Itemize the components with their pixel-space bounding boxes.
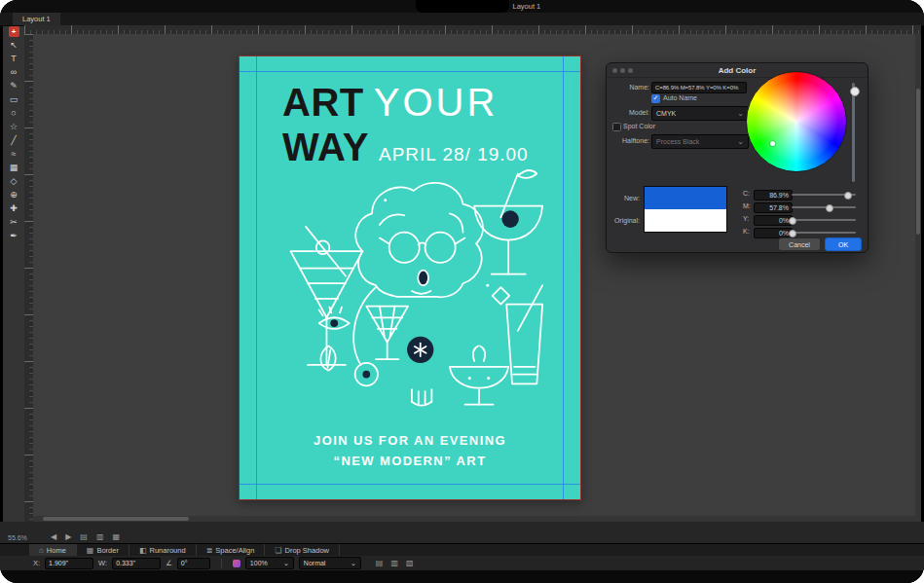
halftone-dropdown[interactable]: Process Black ⌄ <box>651 134 749 149</box>
tab-home-label: Home <box>47 546 66 555</box>
black-slider-track <box>792 232 856 234</box>
starburst-tool-icon[interactable]: ☆ <box>7 121 20 132</box>
view-mode-value: Normal <box>304 560 326 566</box>
name-label: Name: <box>607 84 649 91</box>
yellow-slider[interactable] <box>792 215 856 225</box>
vertical-ruler[interactable] <box>24 34 33 522</box>
magenta-value[interactable]: 57.8% <box>754 202 793 213</box>
poster-illustration <box>274 160 548 424</box>
magenta-slider-track <box>792 206 856 208</box>
text-tool-icon[interactable]: T <box>7 53 20 64</box>
add-color-dialog: Add Color Name: C=86.9% M=57.8% Y=0% K=0… <box>606 62 869 253</box>
menubar: Layout 1 <box>0 0 924 13</box>
channel-knob-0[interactable] <box>844 192 852 200</box>
angle-input[interactable]: 0° <box>177 558 210 569</box>
menubar-window-title: Layout 1 <box>513 2 541 11</box>
layout-tabbar: Layout 1 <box>0 13 924 26</box>
prev-page-icon[interactable]: ◀ <box>51 532 56 541</box>
drop-shadow-icon: ❏ <box>275 546 281 555</box>
vertical-scrollbar[interactable] <box>915 34 921 522</box>
spread-view-icon[interactable]: ▥ <box>96 532 104 541</box>
w-input[interactable]: 0.333" <box>112 558 161 569</box>
w-label: W: <box>98 559 107 567</box>
dialog-title: Add Color <box>607 66 868 75</box>
dialog-titlebar[interactable]: Add Color <box>607 63 868 78</box>
channel-knob-1[interactable] <box>826 204 833 212</box>
model-dropdown[interactable]: CMYK ⌄ <box>651 106 749 121</box>
line-tool-icon[interactable]: ╱ <box>7 134 20 146</box>
next-page-icon[interactable]: ▶ <box>65 532 71 541</box>
tool-palette: + ↖ T ∞ ✎ ▭ ○ ☆ ╱ ≈ ▦ ◇ ⊕ ✚ ✂ ✒ <box>3 26 24 241</box>
magenta-slider[interactable] <box>792 202 856 212</box>
cyan-slider[interactable] <box>792 190 856 200</box>
margin-guide-top[interactable] <box>240 71 580 72</box>
home-icon: ⌂ <box>39 546 44 555</box>
channel-knob-3[interactable] <box>789 230 796 237</box>
view-mode-dropdown[interactable]: Normal ⌄ <box>299 557 361 569</box>
channel-knob-2[interactable] <box>789 217 796 225</box>
thumbnail-view-icon[interactable]: ▦ <box>112 532 120 541</box>
chevron-down-icon: ⌄ <box>737 137 744 146</box>
zoom-dropdown[interactable]: 100% ⌄ <box>245 557 294 569</box>
vertical-scrollbar-handle[interactable] <box>916 89 920 235</box>
yellow-slider-track <box>792 219 856 221</box>
document-page[interactable]: ART YOUR WAY APRIL 28/ 19.00 <box>239 55 581 500</box>
tab-border-label: Border <box>96 546 119 555</box>
split-view-icon[interactable]: ▥ <box>390 559 398 567</box>
name-field[interactable]: C=86.9% M=57.8% Y=0% K=0% <box>651 82 747 93</box>
chevron-down-icon: ⌄ <box>283 560 289 567</box>
measurement-palette-tabs: ⌂ Home ▦ Border ◧ Runaround ≣ Space/Alig… <box>0 543 924 557</box>
status-strip: 55.6% ◀ ▶ ▤ ▥ ▦ <box>0 522 924 543</box>
scissors-tool-icon[interactable]: ✂ <box>7 216 20 228</box>
auto-name-checkbox[interactable] <box>651 94 660 103</box>
page-layout-icon[interactable]: ▤ <box>376 559 384 567</box>
pan-tool-icon[interactable]: ✚ <box>7 202 20 214</box>
shape-tool-icon[interactable]: ◇ <box>7 175 20 187</box>
divider <box>221 559 222 568</box>
app-badge-icon[interactable]: + <box>9 26 19 37</box>
color-wheel[interactable] <box>746 71 847 172</box>
poster-footer: JOIN US FOR AN EVENING “NEW MODERN” ART <box>240 430 580 471</box>
horizontal-scrollbar-handle[interactable] <box>43 517 189 521</box>
cyan-value[interactable]: 86.9% <box>754 190 793 200</box>
pattern-view-icon[interactable]: ▧ <box>406 559 414 567</box>
freehand-tool-icon[interactable]: ≈ <box>7 148 20 160</box>
auto-name-label: Auto Name <box>663 94 697 101</box>
rectangle-box-tool-icon[interactable]: ▭ <box>7 93 20 105</box>
horizontal-ruler[interactable] <box>24 25 921 34</box>
view-percent[interactable]: 55.6% <box>8 534 27 541</box>
model-value: CMYK <box>656 110 676 117</box>
black-slider[interactable] <box>792 228 856 237</box>
table-tool-icon[interactable]: ▦ <box>7 162 20 173</box>
magenta-label: M: <box>743 202 753 209</box>
pen-tool-icon[interactable]: ✎ <box>7 80 20 91</box>
halftone-label: Halftone: <box>607 137 649 144</box>
margin-guide-bottom[interactable] <box>240 484 580 485</box>
item-tool-icon[interactable]: ↖ <box>7 39 20 51</box>
x-input[interactable]: 1.909" <box>45 558 93 569</box>
space-align-icon: ≣ <box>206 546 213 555</box>
app-screen: Layout 1 Layout 1 + ↖ T ∞ ✎ ▭ ○ ☆ ╱ ≈ ▦ … <box>0 0 924 583</box>
page-view-icon[interactable]: ▤ <box>80 532 88 541</box>
tab-space-align-label: Space/Align <box>215 546 254 555</box>
ok-button[interactable]: OK <box>825 237 862 251</box>
spot-color-checkbox[interactable] <box>612 123 621 131</box>
zoom-tool-icon[interactable]: ⊕ <box>7 189 20 200</box>
runaround-icon: ◧ <box>139 546 147 555</box>
x-label: X: <box>33 559 40 567</box>
color-wheel-marker[interactable] <box>770 141 775 146</box>
poster-footer-line1: JOIN US FOR AN EVENING <box>240 430 580 451</box>
layout-tab[interactable]: Layout 1 <box>13 13 60 25</box>
eyedropper-tool-icon[interactable]: ✒ <box>7 230 20 241</box>
tab-runaround-label: Runaround <box>150 546 186 555</box>
view-color-icon <box>233 560 240 567</box>
link-tool-icon[interactable]: ∞ <box>7 66 20 78</box>
bottom-bezel <box>0 570 924 583</box>
brightness-slider[interactable] <box>852 83 855 182</box>
yellow-value[interactable]: 0% <box>754 215 793 226</box>
poster-footer-line2: “NEW MODERN” ART <box>240 451 580 471</box>
angle-icon: ∠ <box>166 559 172 567</box>
oval-box-tool-icon[interactable]: ○ <box>7 107 20 119</box>
brightness-slider-knob[interactable] <box>850 87 860 96</box>
cancel-button[interactable]: Cancel <box>778 237 821 251</box>
